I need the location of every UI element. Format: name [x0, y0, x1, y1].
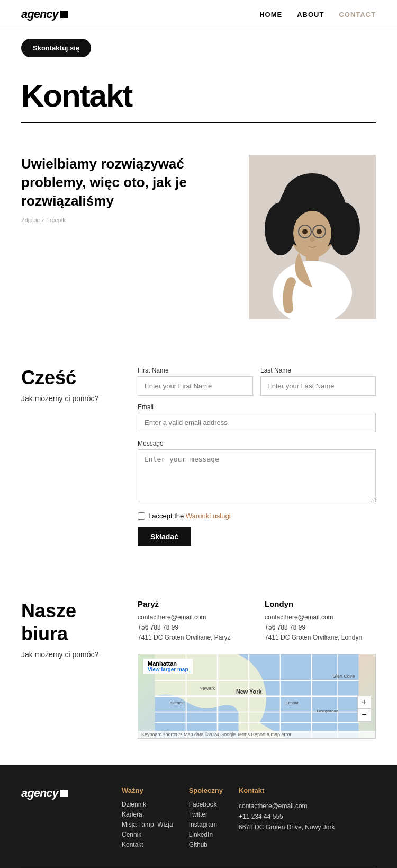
svg-point-12 — [302, 229, 308, 234]
offices-columns: Paryż contacthere@email.com +56 788 78 9… — [138, 599, 376, 643]
last-name-group: Last Name — [260, 367, 376, 396]
logo-text: agency — [21, 7, 58, 21]
nav-links: HOME ABOUT CONTACT — [259, 11, 376, 19]
message-label: Message — [138, 440, 376, 447]
footer-link-dziennik[interactable]: Dziennik — [122, 801, 173, 808]
map-zoom-controls: + − — [357, 696, 371, 722]
last-name-input[interactable] — [260, 376, 376, 396]
offices-subtext: Jak możemy ci pomóc? — [21, 650, 116, 659]
nav-about[interactable]: ABOUT — [297, 11, 324, 19]
email-input[interactable] — [138, 413, 376, 432]
email-group: Email — [138, 403, 376, 432]
terms-row: I accept the Warunki usługi — [138, 512, 376, 520]
footer-link-facebook[interactable]: Facebook — [189, 801, 223, 808]
footer-logo: agency — [21, 786, 106, 851]
footer-logo-square — [60, 790, 68, 797]
offices-right: Paryż contacthere@email.com +56 788 78 9… — [138, 599, 376, 739]
map-zoom-out[interactable]: − — [358, 709, 371, 722]
svg-text:Hempstead: Hempstead — [317, 708, 338, 713]
footer-contact-info: contacthere@email.com +11 234 44 555 667… — [239, 801, 335, 833]
map-zoom-in[interactable]: + — [358, 696, 371, 709]
footer-col-wazny: Ważny Dziennik Kariera Misja i amp. Wizj… — [122, 786, 173, 851]
svg-text:Summit: Summit — [170, 700, 185, 705]
map-label: Manhattan View larger map — [143, 659, 193, 674]
nav-contact[interactable]: CONTACT — [339, 11, 376, 19]
name-row: First Name Last Name — [138, 367, 376, 396]
hero-section: Kontakt — [0, 67, 397, 155]
message-group: Message — [138, 440, 376, 504]
intro-text: Uwielbiamy rozwiązywać problemy, więc ot… — [21, 155, 233, 223]
paris-details: contacthere@email.com +56 788 78 99 7411… — [138, 613, 249, 643]
first-name-label: First Name — [138, 367, 253, 374]
logo[interactable]: agency — [21, 7, 68, 21]
map-container[interactable]: New York Newark Glen Cove Summit Elmont … — [138, 654, 376, 739]
terms-checkbox[interactable] — [138, 512, 145, 520]
footer-link-github[interactable]: Github — [189, 841, 223, 848]
intro-heading: Uwielbiamy rozwiązywać problemy, więc ot… — [21, 155, 233, 210]
svg-text:New York: New York — [236, 688, 262, 695]
footer-link-linkedin[interactable]: LinkedIn — [189, 831, 223, 838]
footer-spoleczny-heading: Społeczny — [189, 786, 223, 794]
footer-top: agency Ważny Dziennik Kariera Misja i am… — [21, 786, 376, 851]
footer-link-twitter[interactable]: Twitter — [189, 811, 223, 818]
london-office: Londyn contacthere@email.com +56 788 78 … — [265, 599, 376, 643]
london-title: Londyn — [265, 599, 376, 608]
footer-kontakt-heading: Kontakt — [239, 786, 335, 794]
nav-home[interactable]: HOME — [259, 11, 282, 19]
footer-logo-text[interactable]: agency — [21, 786, 106, 800]
footer-link-misja[interactable]: Misja i amp. Wizja — [122, 821, 173, 828]
footer-link-instagram[interactable]: Instagram — [189, 821, 223, 828]
svg-text:Newark: Newark — [199, 686, 215, 691]
form-subtext: Jak możemy ci pomóc? — [21, 394, 116, 403]
offices-left: Nasze biura Jak możemy ci pomóc? — [21, 599, 116, 659]
footer-wazny-list: Dziennik Kariera Misja i amp. Wizja Cenn… — [122, 801, 173, 848]
footer-link-cennik[interactable]: Cennik — [122, 831, 173, 838]
email-label: Email — [138, 403, 376, 411]
offices-heading: Nasze biura — [21, 599, 116, 645]
contact-form: First Name Last Name Email Message I acc… — [138, 367, 376, 546]
svg-point-13 — [317, 229, 322, 234]
message-input[interactable] — [138, 449, 376, 502]
first-name-group: First Name — [138, 367, 253, 396]
svg-text:Elmont: Elmont — [285, 700, 299, 705]
top-button-area: Skontaktuj się — [0, 29, 397, 67]
woman-illustration — [249, 155, 376, 319]
paris-office: Paryż contacthere@email.com +56 788 78 9… — [138, 599, 249, 643]
form-heading: Cześć — [21, 367, 116, 389]
footer-spoleczny-list: Facebook Twitter Instagram LinkedIn Gith… — [189, 801, 223, 848]
first-name-input[interactable] — [138, 376, 253, 396]
last-name-label: Last Name — [260, 367, 376, 374]
paris-title: Paryż — [138, 599, 249, 608]
hero-divider — [21, 122, 376, 123]
submit-button[interactable]: Składać — [138, 527, 191, 546]
map-footer: Keyboard shortcuts Map data ©2024 Google… — [138, 731, 375, 738]
page-title: Kontakt — [21, 77, 376, 114]
london-details: contacthere@email.com +56 788 78 99 7411… — [265, 613, 376, 643]
navigation: agency HOME ABOUT CONTACT — [0, 0, 397, 29]
svg-text:Glen Cove: Glen Cove — [332, 674, 355, 679]
footer: agency Ważny Dziennik Kariera Misja i am… — [0, 765, 397, 868]
photo-credit: Zdjęcie z Freepik — [21, 217, 233, 223]
footer-link-kontakt[interactable]: Kontakt — [122, 841, 173, 848]
terms-link[interactable]: Warunki usługi — [186, 512, 231, 520]
intro-image — [249, 155, 376, 319]
footer-wazny-heading: Ważny — [122, 786, 173, 794]
footer-divider — [21, 867, 376, 867]
checkbox-text: I accept the Warunki usługi — [148, 512, 231, 520]
svg-point-14 — [310, 237, 315, 242]
contact-top-button[interactable]: Skontaktuj się — [21, 39, 91, 57]
footer-col-kontakt: Kontakt contacthere@email.com +11 234 44… — [239, 786, 335, 851]
logo-square — [60, 11, 68, 18]
form-left: Cześć Jak możemy ci pomóc? — [21, 367, 116, 403]
offices-section: Nasze biura Jak możemy ci pomóc? Paryż c… — [0, 573, 397, 765]
footer-link-kariera[interactable]: Kariera — [122, 811, 173, 818]
intro-row: Uwielbiamy rozwiązywać problemy, więc ot… — [0, 155, 397, 340]
map-link[interactable]: View larger map — [148, 667, 188, 672]
form-section: Cześć Jak możemy ci pomóc? First Name La… — [0, 340, 397, 573]
footer-col-spoleczny: Społeczny Facebook Twitter Instagram Lin… — [189, 786, 223, 851]
